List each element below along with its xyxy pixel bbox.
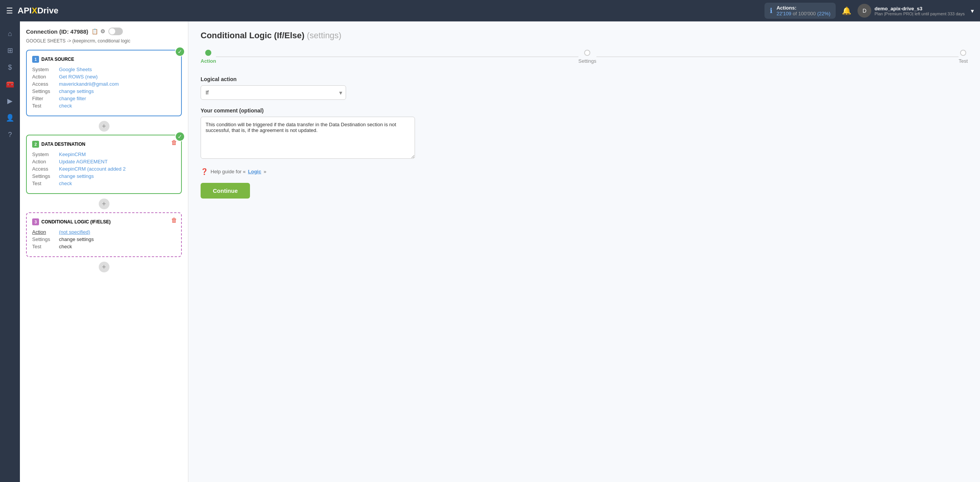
comment-textarea[interactable]: This condition will be triggered if the … [201, 117, 415, 159]
destination-row-access: Access KeepinCRM (account added 2 [32, 166, 176, 172]
logo[interactable]: APIXDrive [18, 6, 58, 16]
sidebar-item-person[interactable]: 👤 [2, 110, 18, 125]
user-info: demo_apix-drive_s3 Plan |Premium PRO| le… [874, 6, 965, 16]
source-row-settings: Settings change settings [32, 88, 176, 94]
conditional-row-settings: Settings change settings [32, 236, 176, 242]
add-block-btn-1[interactable]: + [99, 121, 109, 132]
sidebar: ⌂ ⊞ $ 🧰 ▶ 👤 ? [0, 21, 20, 482]
copy-icon[interactable]: 📋 [91, 28, 98, 34]
source-block-title: DATA SOURCE [41, 57, 74, 62]
sidebar-item-briefcase[interactable]: 🧰 [2, 77, 18, 92]
block-destination: ✓ 🗑 2 DATA DESTINATION System KeepinCRM … [26, 135, 182, 194]
help-row: ❓ Help guide for «Logic» [201, 168, 968, 175]
logical-action-label: Logical action [201, 76, 968, 82]
conditional-test-value[interactable]: check [59, 244, 72, 249]
source-row-test: Test check [32, 103, 176, 109]
add-block-btn-2[interactable]: + [99, 199, 109, 209]
settings-icon[interactable]: ⚙ [100, 28, 105, 34]
conditional-row-test: Test check [32, 244, 176, 249]
source-row-action: Action Get ROWS (new) [32, 74, 176, 80]
conditional-trash-icon[interactable]: 🗑 [171, 217, 177, 224]
help-question-icon: ❓ [201, 168, 208, 175]
actions-used: 22'109 [776, 11, 791, 16]
sidebar-item-dollar[interactable]: $ [2, 60, 18, 75]
logo-drive: Drive [37, 6, 58, 16]
destination-settings-value[interactable]: change settings [59, 173, 94, 179]
source-action-value[interactable]: Get ROWS (new) [59, 74, 98, 80]
actions-of: of [793, 11, 797, 16]
destination-row-action: Action Update AGREEMENT [32, 159, 176, 164]
destination-access-value[interactable]: KeepinCRM (account added 2 [59, 166, 126, 172]
step-action-circle [205, 50, 211, 56]
step-settings-circle [584, 50, 590, 56]
user-section[interactable]: D demo_apix-drive_s3 Plan |Premium PRO| … [858, 4, 974, 18]
info-icon: ℹ [770, 7, 773, 15]
step-test-circle [960, 50, 966, 56]
source-settings-value[interactable]: change settings [59, 88, 94, 94]
main-container: Connection (ID: 47988) 📋 ⚙ GOOGLE SHEETS… [20, 21, 980, 482]
step-action: Action [201, 50, 216, 64]
step-settings: Settings [578, 50, 596, 64]
add-block-btn-3[interactable]: + [99, 262, 109, 272]
sidebar-item-youtube[interactable]: ▶ [2, 93, 18, 109]
destination-system-value[interactable]: KeepinCRM [59, 151, 86, 157]
sidebar-item-question[interactable]: ? [2, 127, 18, 142]
source-filter-value[interactable]: change filter [59, 96, 86, 101]
logical-action-select[interactable]: If Else If Else [201, 85, 346, 100]
source-block-num: 1 [32, 56, 39, 63]
source-system-value[interactable]: Google Sheets [59, 67, 92, 72]
connection-subtitle: GOOGLE SHEETS -> (keepincrm, conditional… [26, 38, 182, 44]
step-action-label: Action [201, 58, 216, 64]
logo-x: X [32, 6, 38, 16]
destination-row-test: Test check [32, 181, 176, 186]
conditional-block-title: CONDITIONAL LOGIC (IF/ELSE) [41, 219, 111, 225]
help-text-prefix: Help guide for « [211, 169, 246, 174]
left-panel: Connection (ID: 47988) 📋 ⚙ GOOGLE SHEETS… [20, 21, 188, 482]
source-test-value[interactable]: check [59, 103, 72, 109]
source-row-system: System Google Sheets [32, 67, 176, 72]
destination-test-value[interactable]: check [59, 181, 72, 186]
destination-row-system: System KeepinCRM [32, 151, 176, 157]
conditional-block-num: 3 [32, 218, 39, 225]
sidebar-item-diagram[interactable]: ⊞ [2, 43, 18, 58]
conditional-action-value[interactable]: (not specified) [59, 229, 90, 235]
sidebar-item-home[interactable]: ⌂ [2, 26, 18, 41]
destination-row-settings: Settings change settings [32, 173, 176, 179]
step-test: Test [959, 50, 968, 64]
actions-limit: 100'000 [798, 11, 816, 16]
toggle-connection[interactable] [108, 28, 123, 35]
destination-block-num: 2 [32, 141, 39, 148]
conditional-row-action: Action (not specified) [32, 229, 176, 235]
steps-row: Action Settings Test [201, 50, 968, 64]
source-check-badge: ✓ [175, 47, 185, 57]
block-conditional: 🗑 3 CONDITIONAL LOGIC (IF/ELSE) Action (… [26, 212, 182, 257]
chevron-down-icon: ▾ [971, 7, 974, 15]
help-link[interactable]: Logic [248, 169, 261, 174]
bell-icon[interactable]: 🔔 [842, 6, 851, 15]
conditional-settings-value[interactable]: change settings [59, 236, 94, 242]
logical-action-select-wrapper: If Else If Else ▾ [201, 85, 346, 100]
connection-title: Connection (ID: 47988) [26, 28, 88, 35]
logo-api: API [18, 6, 32, 16]
user-name: demo_apix-drive_s3 [874, 6, 965, 11]
source-row-access: Access maverickandrii@gmail.com [32, 81, 176, 87]
actions-pct: (22%) [817, 11, 831, 16]
page-subtitle-text: (settings) [307, 31, 341, 40]
topnav: ☰ APIXDrive ℹ Actions: 22'109 of 100'000… [0, 0, 980, 21]
actions-label: Actions: [776, 5, 830, 11]
source-access-value[interactable]: maverickandrii@gmail.com [59, 81, 119, 87]
step-line-1 [216, 57, 578, 57]
help-text-suffix: » [263, 169, 266, 174]
step-line-2 [596, 57, 959, 57]
user-plan: Plan |Premium PRO| left until payment 33… [874, 11, 965, 16]
destination-action-value[interactable]: Update AGREEMENT [59, 159, 108, 164]
source-row-filter: Filter change filter [32, 96, 176, 101]
comment-group: Your comment (optional) This condition w… [201, 107, 968, 160]
avatar: D [858, 4, 871, 18]
menu-icon[interactable]: ☰ [6, 6, 13, 15]
logical-action-group: Logical action If Else If Else ▾ [201, 76, 968, 100]
step-test-label: Test [959, 58, 968, 64]
destination-trash-icon[interactable]: 🗑 [171, 139, 177, 146]
step-settings-label: Settings [578, 58, 596, 64]
continue-button[interactable]: Continue [201, 183, 250, 199]
